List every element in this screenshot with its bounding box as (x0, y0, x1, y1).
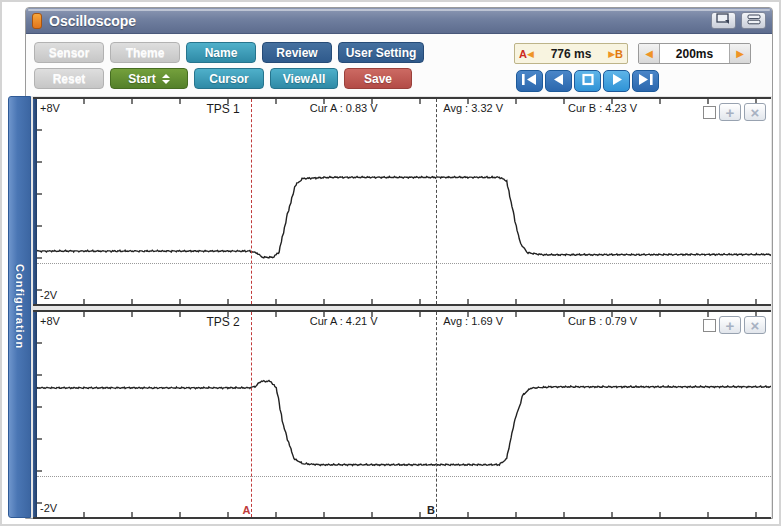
cursor-b-reading: Cur B : 0.79 V (568, 315, 637, 327)
skip-to-end-icon (636, 72, 655, 90)
cursor-b-arrow-icon[interactable]: ▶ (608, 49, 615, 59)
user-setting-button[interactable]: User Setting (338, 42, 424, 63)
ab-time-value: 776 ms (534, 47, 608, 61)
close-icon: × (751, 318, 760, 333)
theme-button[interactable]: Theme (110, 42, 180, 63)
start-button[interactable]: Start (110, 68, 188, 89)
float-window-icon (716, 13, 731, 28)
channel-panel-tps1: +8V TPS 1 Cur A : 0.83 V Avg : 3.32 V Cu… (33, 97, 771, 306)
play-icon (607, 72, 626, 90)
timebase-decrease-button[interactable]: ◀ (639, 44, 660, 63)
v-bottom-label: -2V (40, 502, 57, 514)
oscilloscope-window: Oscilloscope Sensor Theme Name Review Us… (25, 7, 773, 519)
channel-name: TPS 2 (206, 315, 239, 329)
cursor-b-line[interactable] (436, 312, 437, 517)
viewall-button[interactable]: ViewAll (270, 68, 338, 89)
timebase-selector: ◀ 200ms ▶ (638, 43, 751, 64)
stop-button[interactable] (574, 70, 601, 92)
avg-reading: Avg : 3.32 V (443, 102, 503, 114)
channel-checkbox[interactable] (703, 106, 716, 119)
skip-to-start-button[interactable] (516, 70, 543, 92)
close-icon: × (751, 105, 760, 120)
waveform-tps2 (37, 312, 771, 517)
channel-name: TPS 1 (206, 102, 239, 116)
stop-icon (580, 72, 596, 90)
plus-icon: + (726, 105, 735, 120)
cursor-b-reading: Cur B : 4.23 V (568, 102, 637, 114)
timebase-value: 200ms (660, 44, 729, 63)
channel-close-button[interactable]: × (744, 103, 766, 121)
reset-button[interactable]: Reset (34, 68, 104, 89)
minimize-button[interactable] (741, 12, 766, 29)
right-arrow-icon: ▶ (736, 48, 744, 59)
cursor-b-label: B (615, 48, 623, 60)
toolbar-row-2: Reset Start Cursor ViewAll Save (34, 68, 424, 89)
play-button[interactable] (603, 70, 630, 92)
toolbar: Sensor Theme Name Review User Setting Re… (26, 34, 772, 96)
name-button[interactable]: Name (186, 42, 256, 63)
channel-checkbox[interactable] (703, 319, 716, 332)
cursor-a-line[interactable] (251, 312, 252, 517)
cursor-a-line[interactable] (251, 99, 252, 304)
sensor-button[interactable]: Sensor (34, 42, 104, 63)
plus-icon: + (726, 318, 735, 333)
waveform-tps1 (37, 99, 771, 304)
cursor-a-reading: Cur A : 4.21 V (310, 315, 378, 327)
start-dropdown-icon (162, 74, 170, 84)
cursor-b-line[interactable] (436, 99, 437, 304)
channel-panel-tps2: +8V TPS 2 Cur A : 4.21 V Avg : 1.69 V Cu… (33, 310, 771, 519)
scope-area: Configuration +8V TPS 1 Cur A : 0.83 V A… (26, 96, 772, 518)
left-arrow-icon: ◀ (645, 48, 653, 59)
window-title: Oscilloscope (49, 13, 136, 29)
channel-zoom-button[interactable]: + (719, 316, 741, 334)
transport-controls (516, 70, 659, 92)
toolbar-row-1: Sensor Theme Name Review User Setting (34, 42, 424, 63)
configuration-tab-label: Configuration (14, 264, 26, 349)
minimize-icon (747, 13, 761, 28)
skip-to-start-icon (520, 72, 539, 90)
step-back-icon (549, 72, 568, 90)
timebase-increase-button[interactable]: ▶ (729, 44, 750, 63)
save-button[interactable]: Save (344, 68, 412, 89)
cursor-ab-time-readout: A ◀ 776 ms ▶ B (514, 43, 628, 64)
v-top-label: +8V (40, 315, 60, 327)
review-button[interactable]: Review (262, 42, 332, 63)
v-bottom-label: -2V (40, 289, 57, 301)
channel-close-button[interactable]: × (744, 316, 766, 334)
app-icon (32, 13, 42, 29)
cursor-a-reading: Cur A : 0.83 V (310, 102, 378, 114)
cursor-b-bottom-label: B (427, 504, 435, 516)
skip-to-end-button[interactable] (632, 70, 659, 92)
avg-reading: Avg : 1.69 V (443, 315, 503, 327)
configuration-tab[interactable]: Configuration (8, 96, 31, 518)
cursor-a-bottom-label: A (242, 504, 250, 516)
cursor-a-arrow-icon[interactable]: ◀ (527, 49, 534, 59)
cursor-a-label: A (519, 48, 527, 60)
title-bar: Oscilloscope (26, 8, 772, 34)
cursor-button[interactable]: Cursor (194, 68, 264, 89)
v-top-label: +8V (40, 102, 60, 114)
float-window-button[interactable] (711, 12, 736, 29)
step-back-button[interactable] (545, 70, 572, 92)
channel-zoom-button[interactable]: + (719, 103, 741, 121)
